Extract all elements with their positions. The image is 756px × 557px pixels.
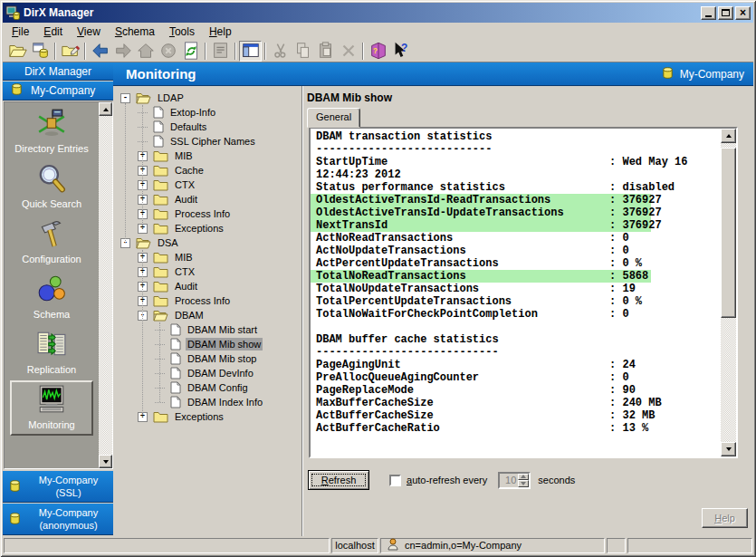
menu-item-tools[interactable]: Tools [162, 24, 202, 40]
tree-item-label[interactable]: Audit [173, 280, 199, 293]
tree-item-label[interactable]: Process Info [173, 294, 232, 307]
console-line: ---------------------------- [311, 346, 721, 359]
tree-item-label[interactable]: Exceptions [173, 222, 225, 235]
open-icon[interactable] [6, 41, 29, 62]
toolbar-separator [84, 43, 86, 60]
back-icon[interactable] [89, 41, 111, 62]
help-button[interactable]: Help [702, 508, 748, 528]
delete-icon [337, 41, 359, 62]
tab-general[interactable]: General [307, 108, 360, 128]
sidebar-connection-ssl[interactable]: My-Company(SSL) [3, 471, 113, 503]
tree-item-label[interactable]: MIB [173, 251, 195, 264]
sidebar-item-directory-entries[interactable]: Directory Entries [10, 104, 93, 159]
context-help-icon[interactable]: ? [389, 41, 412, 62]
refresh-icon[interactable] [179, 41, 202, 62]
console-line: ActNoUpdateTransactions : 0 [311, 245, 721, 257]
database-icon [8, 479, 22, 495]
panel-toggle-icon[interactable] [239, 41, 262, 62]
tree-item-label[interactable]: DBAM Mib stop [186, 352, 258, 365]
tree-item-label[interactable]: DBAM Mib show [186, 338, 263, 351]
console-line: DBAM buffer cache statistics [311, 333, 721, 346]
replication-icon [36, 330, 67, 360]
titlebar[interactable]: DirX Manager × [3, 3, 753, 23]
close-button[interactable]: × [735, 6, 751, 20]
tree-item-ldap[interactable]: -LDAP [113, 91, 301, 105]
console-scrollbar[interactable] [721, 129, 736, 456]
stop-icon [157, 41, 179, 62]
manage-icon[interactable] [59, 41, 81, 62]
status-user: cn=admin,o=My-Company [380, 538, 605, 553]
tree-item-label[interactable]: DBAM [173, 309, 206, 322]
scroll-up-icon[interactable] [721, 129, 736, 143]
main-header: Monitoring My-Company [113, 62, 753, 86]
scroll-down-icon[interactable] [99, 455, 112, 468]
bind-icon[interactable] [29, 41, 52, 62]
sidebar-connection-anonymous[interactable]: My-Company(anonymous) [3, 504, 113, 535]
tree-item-label[interactable]: CTX [173, 265, 196, 278]
document-icon [170, 367, 181, 379]
folder-icon [153, 193, 168, 206]
scroll-down-icon[interactable] [721, 442, 736, 456]
interval-spinner[interactable]: 10 [498, 472, 531, 489]
tree-item-label[interactable]: DBAM Index Info [186, 396, 264, 408]
console-line: Status performance statistics : disabled [311, 181, 721, 194]
minimize-button[interactable] [701, 6, 716, 20]
scroll-up-icon[interactable] [99, 102, 112, 116]
tree-item-dsa[interactable]: -DSA [113, 235, 301, 250]
collapse-icon[interactable]: - [120, 93, 130, 103]
menu-item-edit[interactable]: Edit [36, 24, 70, 40]
schema-icon [36, 274, 67, 305]
console-line: MaxBufferCacheSize : 240 MB [311, 397, 721, 409]
menu-item-help[interactable]: Help [202, 24, 239, 40]
menubar: FileEditViewSchemaToolsHelp [3, 23, 753, 40]
copy-icon [292, 41, 314, 62]
maximize-button[interactable] [718, 6, 733, 20]
console-line: NextTransId : 376927 [311, 219, 721, 232]
sidebar-item-monitoring[interactable]: Monitoring [10, 380, 93, 436]
tree-item-label[interactable]: DSA [156, 236, 180, 249]
sidebar-scrollbar[interactable] [99, 102, 112, 468]
spin-up-icon[interactable] [518, 474, 529, 481]
folder-icon [153, 207, 168, 220]
menu-item-schema[interactable]: Schema [108, 24, 162, 40]
tree-item-label[interactable]: Cache [173, 164, 206, 177]
document-icon [170, 338, 181, 351]
auto-refresh-label[interactable]: auto-refresh every [407, 475, 487, 485]
document-icon [170, 352, 181, 365]
menu-item-file[interactable]: File [5, 24, 36, 40]
refresh-button[interactable]: Refresh [308, 470, 369, 490]
auto-refresh-checkbox[interactable] [389, 475, 401, 486]
sidebar-connection[interactable]: My-Company [3, 82, 113, 101]
sidebar-item-configuration[interactable]: Configuration [10, 215, 93, 270]
tree-item-label[interactable]: Exceptions [173, 410, 225, 423]
tree-item-label[interactable]: Extop-Info [168, 106, 217, 119]
menu-item-view[interactable]: View [70, 24, 108, 40]
document-icon [170, 381, 181, 394]
tree-item-label[interactable]: DBAM Mib start [186, 323, 259, 336]
tree-item-label[interactable]: DBAM DevInfo [186, 367, 255, 379]
folder-icon [153, 265, 168, 278]
status-host: localhost [331, 538, 378, 553]
tree-item-label[interactable]: LDAP [156, 91, 186, 104]
detail-panel: DBAM Mib show General DBAM transaction s… [303, 86, 753, 536]
folder-icon [153, 410, 168, 423]
refresh-controls: Refresh auto-refresh every 10 seconds [308, 470, 575, 490]
tree-item-label[interactable]: SSL Cipher Names [168, 135, 257, 148]
cut-icon [269, 41, 292, 62]
folder-icon [153, 251, 168, 264]
app-icon [5, 5, 20, 20]
sidebar-item-schema[interactable]: Schema [10, 270, 93, 325]
help-book-icon[interactable]: ? [367, 41, 389, 62]
spin-down-icon[interactable] [518, 480, 529, 487]
tree-item-label[interactable]: DBAM Config [186, 381, 250, 394]
tree-item-label[interactable]: Audit [173, 193, 199, 206]
folder-icon [153, 164, 168, 177]
tree-item-label[interactable]: Process Info [173, 207, 232, 220]
tree-item-label[interactable]: MIB [173, 149, 195, 162]
sidebar-item-replication[interactable]: Replication [10, 325, 93, 380]
scrollbar-thumb[interactable] [721, 148, 736, 318]
tree-item-label[interactable]: Defaults [168, 120, 208, 133]
sidebar-item-quick-search[interactable]: Quick Search [10, 159, 93, 215]
tree-item-label[interactable]: CTX [173, 178, 196, 191]
toolbar-separator [54, 43, 56, 60]
